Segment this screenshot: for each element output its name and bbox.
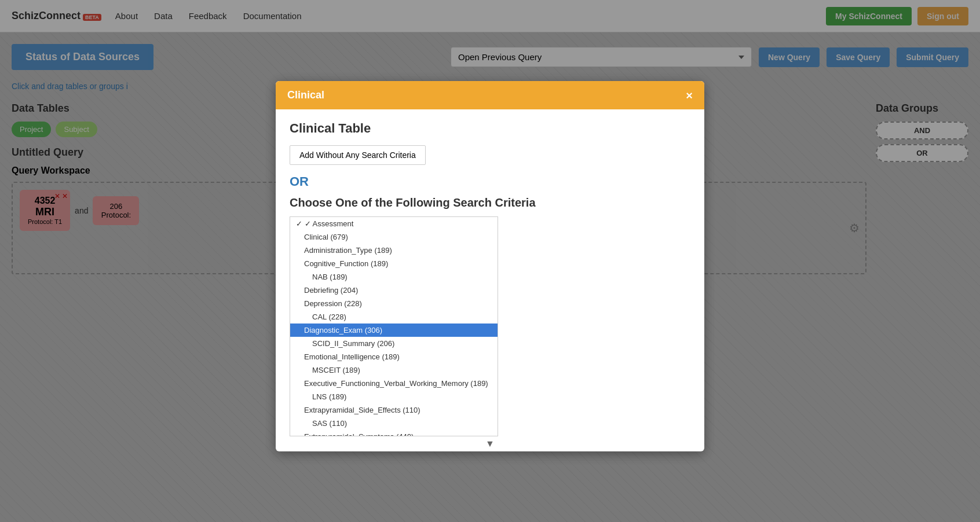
criteria-item[interactable]: NAB (189) [290,270,498,284]
criteria-item[interactable]: ✓ Assessment [290,217,498,230]
criteria-item[interactable]: Cognitive_Function (189) [290,257,498,270]
modal-header: Clinical × [276,81,704,109]
criteria-item[interactable]: Depression (228) [290,297,498,310]
modal-body: Clinical Table Add Without Any Search Cr… [276,109,704,451]
criteria-item[interactable]: Extrapyramidal_Side_Effects (110) [290,403,498,417]
criteria-item[interactable]: Extrapyramidal_Symptoms (440) [290,430,498,436]
modal-title: Clinical [287,89,324,101]
criteria-item[interactable]: LNS (189) [290,390,498,403]
criteria-list[interactable]: ✓ AssessmentClinical (679)Administration… [290,216,498,436]
criteria-item[interactable]: MSCEIT (189) [290,363,498,377]
criteria-item[interactable]: Executive_Functioning_Verbal_Working_Mem… [290,377,498,390]
search-criteria-title: Choose One of the Following Search Crite… [290,196,690,209]
criteria-item[interactable]: SAS (110) [290,417,498,430]
criteria-item[interactable]: Emotional_Intelligence (189) [290,350,498,363]
modal-overlay[interactable]: Clinical × Clinical Table Add Without An… [0,0,980,522]
scroll-down-indicator: ▼ [290,436,690,451]
modal: Clinical × Clinical Table Add Without An… [276,81,704,451]
add-without-button[interactable]: Add Without Any Search Criteria [290,145,426,165]
modal-table-title: Clinical Table [290,121,690,136]
or-divider: OR [290,174,690,189]
criteria-item[interactable]: Clinical (679) [290,230,498,244]
criteria-item[interactable]: Administration_Type (189) [290,244,498,257]
criteria-item[interactable]: SCID_II_Summary (206) [290,337,498,350]
criteria-item[interactable]: CAL (228) [290,310,498,324]
criteria-item[interactable]: Diagnostic_Exam (306) [290,324,498,337]
modal-close-button[interactable]: × [686,90,693,101]
criteria-item[interactable]: Debriefing (204) [290,284,498,297]
